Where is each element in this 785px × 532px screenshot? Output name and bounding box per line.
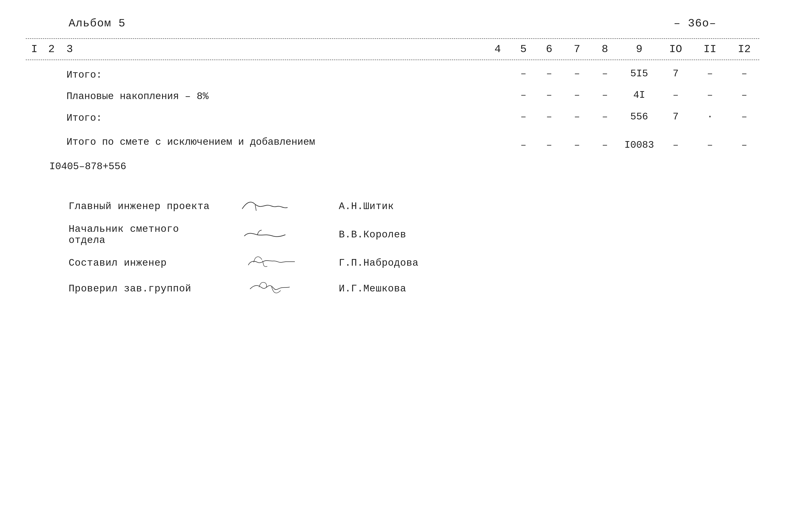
col-header-12: I2 xyxy=(729,43,759,55)
header: Альбом 5 – 36о– xyxy=(26,17,759,30)
cell-1-9: 5I5 xyxy=(618,68,661,79)
col-header-2: 2 xyxy=(43,43,60,55)
cell-1-11: – xyxy=(691,68,729,79)
sig-name-4: И.Г.Мешкова xyxy=(339,283,406,295)
col-header-11: II xyxy=(691,43,729,55)
cell-2-9: 4I xyxy=(618,90,661,101)
cell-3-5: – xyxy=(510,111,536,122)
col-header-9: 9 xyxy=(618,43,661,55)
cell-4-10: – xyxy=(661,135,691,151)
cell-4-6: – xyxy=(536,135,562,151)
col-header-6: 6 xyxy=(536,43,562,55)
cell-2-11: – xyxy=(691,90,729,101)
sig-image-1 xyxy=(236,198,322,215)
album-title: Альбом 5 xyxy=(69,17,126,30)
column-headers: I 2 3 4 5 6 7 8 9 IO II I2 xyxy=(26,39,759,59)
cell-4-5: – xyxy=(510,135,536,151)
sig-image-3 xyxy=(236,255,322,272)
col-header-4: 4 xyxy=(485,43,510,55)
sig-title-2: Начальник сметного отдела xyxy=(69,224,219,246)
cell-4-9: I0083 xyxy=(618,135,661,151)
cell-3-12: – xyxy=(729,111,759,122)
cell-2-8: – xyxy=(592,90,618,101)
formula-line: I0405–878+556 xyxy=(26,161,759,172)
cell-3-6: – xyxy=(536,111,562,122)
sig-title-4: Проверил зав.группой xyxy=(69,283,219,295)
table-section: I 2 3 4 5 6 7 8 9 IO II I2 Итого: – – xyxy=(26,39,759,172)
page-number: – 36о– xyxy=(674,17,716,30)
col-header-10: IO xyxy=(661,43,691,55)
table-row: Итого: – – – – 5I5 7 – – xyxy=(26,64,759,86)
cell-4-4 xyxy=(485,135,510,140)
col-header-7: 7 xyxy=(562,43,592,55)
sig-name-3: Г.П.Набродова xyxy=(339,257,419,269)
table-row: Итого по смете с исключением и добавлени… xyxy=(26,129,759,155)
signature-svg-1 xyxy=(238,196,320,217)
header-bottom-dashed-line xyxy=(26,59,759,60)
sig-title-1: Главный инженер проекта xyxy=(69,201,219,212)
cell-3-8: – xyxy=(592,111,618,122)
row-label-itogo1: Итого: xyxy=(60,68,485,82)
cell-4-12: – xyxy=(729,135,759,151)
cell-3-10: 7 xyxy=(661,111,691,122)
signature-row-4: Проверил зав.группой И.Г.Мешкова xyxy=(69,280,759,298)
cell-1-5: – xyxy=(510,68,536,79)
cell-2-5: – xyxy=(510,90,536,101)
cell-2-12: – xyxy=(729,90,759,101)
cell-1-6: – xyxy=(536,68,562,79)
col-header-1: I xyxy=(26,43,43,55)
cell-1-8: – xyxy=(592,68,618,79)
row-label-itogo-smeta: Итого по смете с исключением и добавлени… xyxy=(60,135,485,149)
cell-4-7: – xyxy=(562,135,592,151)
cell-2-6: – xyxy=(536,90,562,101)
col-header-8: 8 xyxy=(592,43,618,55)
sig-name-1: А.Н.Шитик xyxy=(339,201,394,212)
signature-row-3: Составил инженер Г.П.Набродова xyxy=(69,255,759,272)
row-label-itogo2: Итого: xyxy=(60,111,485,125)
sig-name-2: В.В.Королев xyxy=(339,229,406,240)
page: Альбом 5 – 36о– I 2 3 4 5 6 7 8 9 IO II … xyxy=(0,0,785,532)
cell-4-11: – xyxy=(691,135,729,151)
cell-1-12: – xyxy=(729,68,759,79)
cell-4-8: – xyxy=(592,135,618,151)
cell-1-10: 7 xyxy=(661,68,691,79)
cell-2-10: – xyxy=(661,90,691,101)
cell-3-11: · xyxy=(691,111,729,122)
cell-1-7: – xyxy=(562,68,592,79)
data-rows: Итого: – – – – 5I5 7 – – Плановые накопл… xyxy=(26,64,759,155)
signature-row-1: Главный инженер проекта А.Н.Шитик xyxy=(69,198,759,215)
col-header-3: 3 xyxy=(60,43,485,55)
cell-3-7: – xyxy=(562,111,592,122)
sig-image-4 xyxy=(236,280,322,298)
cell-3-9: 556 xyxy=(618,111,661,122)
signature-svg-4 xyxy=(238,278,320,300)
table-row: Итого: – – – – 556 7 · – xyxy=(26,107,759,129)
cell-2-7: – xyxy=(562,90,592,101)
signature-row-2: Начальник сметного отдела В.В.Королев xyxy=(69,224,759,246)
sig-image-2 xyxy=(236,226,322,244)
signatures-section: Главный инженер проекта А.Н.Шитик Началь… xyxy=(26,198,759,298)
table-row: Плановые накопления – 8% – – – – 4I – – … xyxy=(26,86,759,107)
signature-svg-3 xyxy=(238,252,320,274)
sig-title-3: Составил инженер xyxy=(69,257,219,269)
row-label-planovye: Плановые накопления – 8% xyxy=(60,90,485,103)
col-header-5: 5 xyxy=(510,43,536,55)
signature-svg-2 xyxy=(238,224,320,246)
